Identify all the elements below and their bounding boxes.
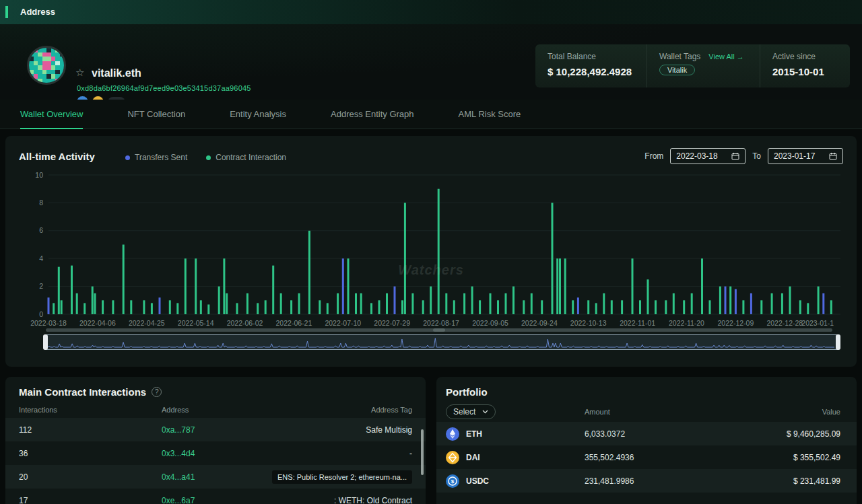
- total-balance-label: Total Balance: [548, 52, 634, 61]
- legend-contract-interaction[interactable]: Contract Interaction: [206, 153, 286, 162]
- portfolio-title: Portfolio: [446, 386, 488, 398]
- avatar-pixel-art: [29, 48, 64, 83]
- portfolio-panel: Portfolio Select Amount Value: [436, 377, 857, 504]
- svg-text:8: 8: [39, 199, 43, 207]
- address-link[interactable]: 0x3...4d4: [162, 449, 264, 458]
- svg-text:2022-06-21: 2022-06-21: [276, 319, 312, 327]
- svg-text:2: 2: [39, 282, 43, 290]
- token-value: $ 355,502.49: [726, 453, 840, 462]
- active-since-label: Active since: [772, 52, 838, 61]
- table-row[interactable]: 112 0xa...787 Safe Multisig: [5, 418, 426, 441]
- interaction-count: 112: [19, 425, 162, 435]
- address-tag: -: [264, 449, 412, 458]
- portfolio-row[interactable]: DAI 355,502.4936 $ 355,502.49: [436, 445, 857, 469]
- chevron-down-icon: [482, 410, 488, 414]
- table-row[interactable]: 20 0x4...a41 ENS: Public Resolver 2; eth…: [5, 465, 426, 489]
- contract-interactions-panel: Main Contract Interactions Interactions …: [5, 377, 426, 504]
- svg-text:2022-12-28: 2022-12-28: [766, 319, 803, 327]
- address-link[interactable]: 0xe...6a7: [162, 496, 264, 504]
- interaction-count: 36: [19, 449, 162, 458]
- svg-text:2022-04-06: 2022-04-06: [79, 319, 116, 327]
- activity-bar-chart[interactable]: 02468102022-03-182022-04-062022-04-25202…: [11, 172, 840, 328]
- svg-text:0: 0: [39, 310, 43, 318]
- vertical-scrollbar[interactable]: [421, 429, 424, 475]
- col-address: Address: [162, 406, 264, 414]
- usdc-icon: $: [446, 474, 459, 488]
- to-label: To: [752, 151, 761, 161]
- chart-horizontal-scrollbar[interactable]: [46, 328, 832, 332]
- svg-text:2022-09-24: 2022-09-24: [521, 319, 558, 327]
- accent-bar: [5, 6, 8, 18]
- chart-legend: Transfers Sent Contract Interaction: [125, 153, 286, 162]
- token-amount: 355,502.4936: [585, 453, 726, 462]
- token-value: $ 231,481.99: [726, 476, 840, 486]
- dai-icon: [446, 451, 459, 464]
- active-since-value: 2015-10-01: [772, 66, 838, 77]
- svg-text:$: $: [451, 478, 455, 484]
- activity-title: All-time Activity: [19, 151, 95, 162]
- from-date-input[interactable]: 2022-03-18: [670, 148, 745, 164]
- tab-entity-analysis[interactable]: Entity Analysis: [230, 100, 286, 129]
- address-page: Address vitalik.eth 0xd8da6bf26964af9d7e…: [0, 0, 862, 504]
- token-symbol: USDC: [466, 476, 489, 486]
- address-link[interactable]: 0x4...a41: [162, 472, 264, 482]
- to-date-input[interactable]: 2023-01-17: [768, 148, 843, 164]
- interaction-count: 20: [19, 472, 162, 482]
- token-amount: 6,033.0372: [585, 429, 726, 439]
- svg-text:2022-12-09: 2022-12-09: [718, 319, 754, 327]
- col-value: Value: [726, 408, 840, 416]
- wallet-stats-card: Total Balance $ 10,228,492.4928 Wallet T…: [535, 44, 850, 87]
- view-all-link[interactable]: View All →: [708, 52, 743, 61]
- wallet-address[interactable]: 0xd8da6bf26964af9d7eed9e03e53415d37aa960…: [77, 84, 251, 92]
- col-amount: Amount: [585, 408, 726, 416]
- activity-panel: All-time Activity Transfers Sent Contrac…: [5, 136, 857, 367]
- address-tag: ENS: Public Resolver 2; ethereum-na...: [264, 470, 412, 484]
- top-header-bar: Address: [0, 0, 862, 24]
- table-row[interactable]: 17 0xe...6a7 : WETH: Old Contract: [5, 489, 426, 504]
- green-dot-icon: [206, 155, 211, 160]
- address-tag: Safe Multisig: [264, 425, 412, 435]
- brush-handle-right[interactable]: [836, 334, 840, 350]
- portfolio-table-header: Select Amount Value: [436, 402, 857, 422]
- interaction-count: 17: [19, 496, 162, 504]
- tab-wallet-overview[interactable]: Wallet Overview: [20, 100, 83, 129]
- svg-text:2022-04-25: 2022-04-25: [129, 319, 165, 327]
- wallet-name: vitalik.eth: [92, 67, 141, 79]
- tab-bar: Wallet Overview NFT Collection Entity An…: [0, 100, 862, 129]
- tab-aml-risk-score[interactable]: AML Risk Score: [459, 100, 521, 129]
- brush-handle-left[interactable]: [43, 334, 48, 350]
- total-balance-block: Total Balance $ 10,228,492.4928: [535, 44, 646, 87]
- token-symbol: ETH: [466, 429, 482, 439]
- address-link[interactable]: 0xa...787: [162, 425, 264, 435]
- chart-brush[interactable]: [43, 334, 840, 350]
- col-address-tag: Address Tag: [264, 406, 412, 414]
- token-filter-select[interactable]: Select: [446, 404, 496, 419]
- vitalik-tag-badge[interactable]: Vitalik: [659, 65, 695, 75]
- token-amount: 231,481.9986: [585, 476, 726, 486]
- tab-address-entity-graph[interactable]: Address Entity Graph: [331, 100, 414, 129]
- table-row[interactable]: 36 0x3...4d4 -: [5, 441, 426, 465]
- svg-text:2022-11-01: 2022-11-01: [620, 319, 655, 327]
- interactions-table-header: Interactions Address Address Tag: [5, 402, 426, 418]
- wallet-tags-label: Wallet Tags: [659, 52, 700, 61]
- wallet-tags-block: Wallet Tags View All → Vitalik: [646, 44, 760, 87]
- svg-text:2023-01-1: 2023-01-1: [801, 319, 834, 327]
- portfolio-row[interactable]: $ USDC 231,481.9986 $ 231,481.99: [436, 469, 857, 493]
- legend-transfers-sent[interactable]: Transfers Sent: [125, 153, 187, 162]
- profile-section: vitalik.eth 0xd8da6bf26964af9d7eed9e03e5…: [0, 24, 862, 100]
- svg-text:2022-07-10: 2022-07-10: [325, 319, 361, 327]
- brush-sparkline: [44, 335, 834, 350]
- svg-text:2022-08-17: 2022-08-17: [423, 319, 459, 327]
- page-title: Address: [20, 7, 55, 17]
- address-tag: : WETH: Old Contract: [264, 496, 412, 504]
- avatar: [27, 46, 66, 85]
- help-icon[interactable]: [152, 387, 162, 397]
- tab-nft-collection[interactable]: NFT Collection: [127, 100, 185, 129]
- svg-text:2022-03-18: 2022-03-18: [30, 319, 67, 327]
- token-symbol: DAI: [466, 453, 480, 462]
- total-balance-value: $ 10,228,492.4928: [548, 66, 634, 77]
- portfolio-row[interactable]: ETH 6,033.0372 $ 9,460,285.09: [436, 422, 857, 445]
- blue-dot-icon: [125, 155, 130, 160]
- favorite-star-icon[interactable]: [75, 67, 84, 79]
- svg-text:2022-09-05: 2022-09-05: [472, 319, 508, 327]
